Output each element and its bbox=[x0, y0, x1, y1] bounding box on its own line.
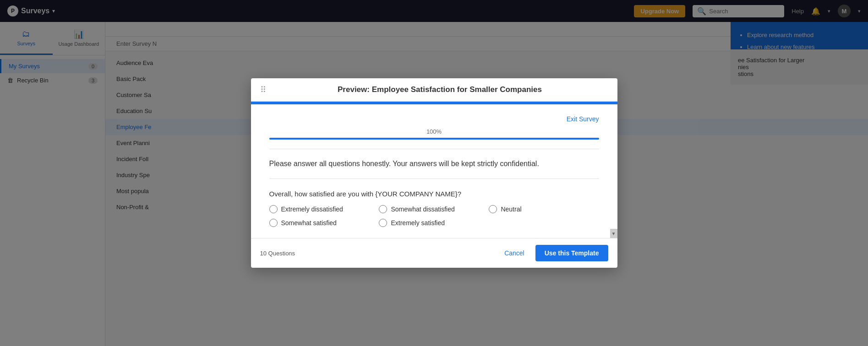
survey-option-label-4: Extremely satisfied bbox=[391, 219, 444, 227]
modal-header: ⠿ Preview: Employee Satisfaction for Sma… bbox=[251, 78, 617, 102]
survey-option-3[interactable]: Somewhat satisfied bbox=[269, 219, 379, 227]
survey-progress-label: 100% bbox=[269, 128, 599, 135]
survey-question-text: Overall, how satisfied are you with {YOU… bbox=[269, 190, 599, 198]
modal-title: Preview: Employee Satisfaction for Small… bbox=[272, 85, 608, 94]
modal-body: Exit Survey 100% Please answer all quest… bbox=[251, 102, 617, 238]
modal-footer: 10 Questions Cancel Use this Template bbox=[251, 238, 617, 268]
survey-option-1[interactable]: Somewhat dissatisfied bbox=[379, 205, 489, 213]
survey-divider-2 bbox=[269, 178, 599, 179]
survey-radio-3[interactable] bbox=[269, 219, 278, 227]
modal-overlay[interactable]: ⠿ Preview: Employee Satisfaction for Sma… bbox=[0, 0, 868, 346]
survey-radio-1[interactable] bbox=[379, 205, 387, 213]
survey-option-label-3: Somewhat satisfied bbox=[281, 219, 337, 227]
survey-intro-text: Please answer all questions honestly. Yo… bbox=[269, 158, 599, 169]
survey-radio-2[interactable] bbox=[489, 205, 497, 213]
survey-inner-bar bbox=[269, 138, 599, 140]
use-template-button[interactable]: Use this Template bbox=[535, 245, 608, 261]
questions-count: 10 Questions bbox=[260, 250, 295, 257]
survey-divider bbox=[269, 149, 599, 149]
survey-radio-0[interactable] bbox=[269, 205, 278, 213]
survey-option-2[interactable]: Neutral bbox=[489, 205, 599, 213]
drag-handle-icon[interactable]: ⠿ bbox=[260, 85, 266, 95]
survey-question: Overall, how satisfied are you with {YOU… bbox=[269, 190, 599, 227]
survey-content[interactable]: Exit Survey 100% Please answer all quest… bbox=[251, 104, 617, 238]
survey-option-4[interactable]: Extremely satisfied bbox=[379, 219, 489, 227]
modal-footer-actions: Cancel Use this Template bbox=[499, 245, 608, 261]
survey-option-label-0: Extremely dissatisfied bbox=[281, 205, 343, 213]
cancel-button[interactable]: Cancel bbox=[499, 246, 530, 260]
survey-options: Extremely dissatisfied Somewhat dissatis… bbox=[269, 205, 599, 227]
modal: ⠿ Preview: Employee Satisfaction for Sma… bbox=[251, 78, 617, 268]
survey-option-label-1: Somewhat dissatisfied bbox=[391, 205, 454, 213]
survey-option-0[interactable]: Extremely dissatisfied bbox=[269, 205, 379, 213]
survey-radio-4[interactable] bbox=[379, 219, 387, 227]
exit-survey-link[interactable]: Exit Survey bbox=[269, 115, 599, 123]
survey-option-label-2: Neutral bbox=[501, 205, 521, 213]
survey-inner-bar-fill bbox=[269, 138, 599, 140]
survey-inner-progress-section: 100% bbox=[269, 128, 599, 140]
